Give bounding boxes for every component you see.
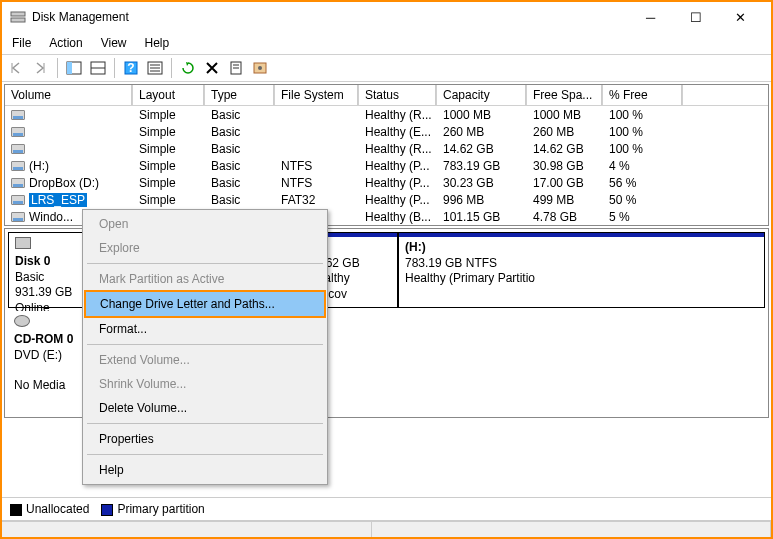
disk-icon (15, 237, 31, 249)
forward-button[interactable] (30, 57, 52, 79)
svg-rect-1 (11, 18, 25, 22)
partition-h[interactable]: (H:)783.19 GB NTFSHealthy (Primary Parti… (398, 232, 765, 308)
legend-swatch-unallocated (10, 504, 22, 516)
svg-text:?: ? (127, 61, 134, 75)
volume-icon (11, 161, 25, 171)
col-type[interactable]: Type (205, 85, 275, 105)
table-row[interactable]: SimpleBasicHealthy (E...260 MB260 MB100 … (5, 123, 768, 140)
volume-icon (11, 212, 25, 222)
cdrom-icon (14, 315, 30, 327)
svg-rect-3 (67, 62, 72, 74)
disk-0-size: 931.39 GB (15, 285, 72, 299)
column-headers: Volume Layout Type File System Status Ca… (5, 85, 768, 106)
cdrom-state: No Media (14, 378, 65, 392)
cdrom-type: DVD (E:) (14, 348, 62, 362)
maximize-button[interactable]: ☐ (673, 2, 718, 32)
back-button[interactable] (6, 57, 28, 79)
ctx-open[interactable]: Open (85, 212, 325, 236)
col-filesystem[interactable]: File System (275, 85, 359, 105)
col-status[interactable]: Status (359, 85, 437, 105)
ctx-properties[interactable]: Properties (85, 427, 325, 451)
cdrom-label[interactable]: CD-ROM 0 DVD (E:) No Media (8, 311, 88, 377)
col-free[interactable]: Free Spa... (527, 85, 603, 105)
col-pctfree[interactable]: % Free (603, 85, 683, 105)
menu-view[interactable]: View (101, 36, 127, 50)
ctx-delete[interactable]: Delete Volume... (85, 396, 325, 420)
action-list-button[interactable] (144, 57, 166, 79)
properties-button[interactable] (225, 57, 247, 79)
status-bar (2, 521, 771, 537)
ctx-mark-active[interactable]: Mark Partition as Active (85, 267, 325, 291)
minimize-button[interactable]: ─ (628, 2, 673, 32)
context-menu: Open Explore Mark Partition as Active Ch… (82, 209, 328, 485)
delete-button[interactable] (201, 57, 223, 79)
ctx-explore[interactable]: Explore (85, 236, 325, 260)
menu-file[interactable]: File (12, 36, 31, 50)
menu-bar: File Action View Help (2, 32, 771, 54)
settings-button[interactable] (249, 57, 271, 79)
ctx-help[interactable]: Help (85, 458, 325, 482)
ctx-change-drive-letter[interactable]: Change Drive Letter and Paths... (84, 290, 326, 318)
ctx-format[interactable]: Format... (85, 317, 325, 341)
window-title: Disk Management (32, 10, 628, 24)
legend-unallocated: Unallocated (26, 502, 89, 516)
menu-help[interactable]: Help (145, 36, 170, 50)
title-bar: Disk Management ─ ☐ ✕ (2, 2, 771, 32)
svg-rect-0 (11, 12, 25, 16)
col-layout[interactable]: Layout (133, 85, 205, 105)
volume-icon (11, 110, 25, 120)
col-volume[interactable]: Volume (5, 85, 133, 105)
disk-0-type: Basic (15, 270, 44, 284)
volume-icon (11, 195, 25, 205)
table-row[interactable]: DropBox (D:)SimpleBasicNTFSHealthy (P...… (5, 174, 768, 191)
volume-icon (11, 144, 25, 154)
refresh-button[interactable] (177, 57, 199, 79)
legend-primary: Primary partition (117, 502, 204, 516)
volume-icon (11, 178, 25, 188)
table-row[interactable]: LRS_ESPSimpleBasicFAT32Healthy (P...996 … (5, 191, 768, 208)
col-capacity[interactable]: Capacity (437, 85, 527, 105)
legend-swatch-primary (101, 504, 113, 516)
svg-point-16 (258, 66, 262, 70)
toolbar: ? (2, 54, 771, 82)
cdrom-name: CD-ROM 0 (14, 332, 73, 346)
menu-action[interactable]: Action (49, 36, 82, 50)
table-row[interactable]: SimpleBasicHealthy (R...14.62 GB14.62 GB… (5, 140, 768, 157)
legend: Unallocated Primary partition (2, 497, 771, 521)
table-row[interactable]: SimpleBasicHealthy (R...1000 MB1000 MB10… (5, 106, 768, 123)
disk-0-name: Disk 0 (15, 254, 50, 268)
volume-icon (11, 127, 25, 137)
help-button[interactable]: ? (120, 57, 142, 79)
volume-list[interactable]: Volume Layout Type File System Status Ca… (4, 84, 769, 226)
ctx-shrink[interactable]: Shrink Volume... (85, 372, 325, 396)
view-button[interactable] (87, 57, 109, 79)
app-icon (10, 9, 26, 25)
table-row[interactable]: (H:)SimpleBasicNTFSHealthy (P...783.19 G… (5, 157, 768, 174)
show-hide-tree-button[interactable] (63, 57, 85, 79)
ctx-extend[interactable]: Extend Volume... (85, 348, 325, 372)
close-button[interactable]: ✕ (718, 2, 763, 32)
disk-0-label[interactable]: Disk 0 Basic 931.39 GB Online (8, 232, 88, 308)
